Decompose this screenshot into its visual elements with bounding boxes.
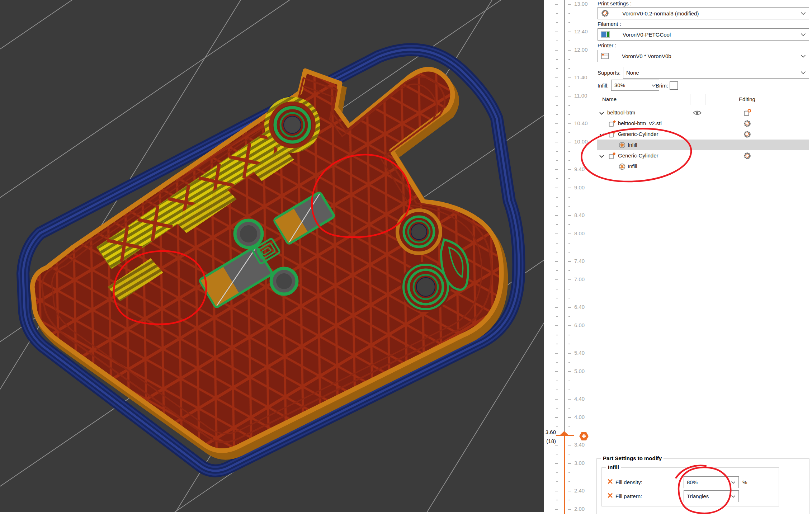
printer-value: VoronV0 * VoronV0b xyxy=(622,53,671,59)
tree-row-label: Infill xyxy=(628,142,637,148)
chevron-down-icon[interactable] xyxy=(801,53,806,59)
supports-combo[interactable]: None xyxy=(623,67,809,79)
print-settings-gear-icon xyxy=(601,9,609,18)
layer-tick-label: 12.40 xyxy=(574,28,588,34)
tree-row-generic-cylinder[interactable]: Generic-Cylinder xyxy=(597,129,809,140)
chevron-down-icon[interactable] xyxy=(801,70,806,76)
fill-pattern-combo[interactable]: Triangles xyxy=(684,490,739,502)
supports-label: Supports: xyxy=(598,70,620,76)
layer-tick-label: 11.00 xyxy=(574,93,587,99)
layer-slider-handle-line[interactable] xyxy=(556,435,574,436)
fill-density-value: 80% xyxy=(687,479,698,485)
gear-icon[interactable] xyxy=(743,130,751,140)
infill-icon xyxy=(618,141,626,150)
layer-tick-label: 8.00 xyxy=(574,230,585,236)
infill-value: 30% xyxy=(614,82,625,88)
tree-row-label: Generic-Cylinder xyxy=(618,131,658,137)
filament-label: Filament : xyxy=(598,21,621,27)
print-settings-combo[interactable]: VoronV0-0.2-normal3 (modified) xyxy=(598,7,809,19)
gear-icon[interactable] xyxy=(743,119,751,129)
cylinder-icon xyxy=(608,152,617,161)
layer-tick-label: 6.00 xyxy=(574,322,585,328)
layer-tick-label: 2.40 xyxy=(574,487,585,494)
printer-label: Printer : xyxy=(598,42,617,48)
part-settings-title: Part Settings to modify xyxy=(601,455,664,461)
layer-slider[interactable]: 13.0012.4012.0011.4011.0010.4010.009.409… xyxy=(544,0,597,514)
remove-setting-icon[interactable] xyxy=(607,492,613,500)
infill-combo[interactable]: 30% xyxy=(611,80,659,91)
layer-tick-label: 3.40 xyxy=(574,442,585,448)
infill-label: Infill: xyxy=(598,82,609,89)
layer-tick-label: 11.40 xyxy=(574,74,587,80)
supports-value: None xyxy=(626,70,639,76)
tree-row-generic-cylinder[interactable]: Generic-Cylinder xyxy=(597,150,809,161)
infill-icon xyxy=(618,162,626,172)
layer-tick-label: 10.00 xyxy=(574,138,588,145)
layer-slider-track-lower[interactable] xyxy=(564,435,565,514)
tree-row-infill[interactable]: Infill xyxy=(597,140,809,150)
layer-tick-label: 10.40 xyxy=(574,120,588,126)
hole-boss-top xyxy=(264,97,320,153)
print-settings-label: Print settings : xyxy=(598,0,632,6)
tree-name-header: Name xyxy=(602,96,617,102)
tree-row-infill[interactable]: Infill xyxy=(597,161,809,172)
brim-checkbox[interactable] xyxy=(670,81,678,90)
printer-icon xyxy=(601,52,609,60)
layer-tick-label: 5.00 xyxy=(574,368,585,374)
fill-pattern-value: Triangles xyxy=(687,493,709,499)
object-tree-header: Name Editing xyxy=(597,92,809,107)
tree-row-belttool-btm-v2-stl[interactable]: belttool-btm_v2.stl xyxy=(597,118,809,129)
layer-tick-label: 4.40 xyxy=(574,396,585,402)
tree-row-label: Generic-Cylinder xyxy=(618,152,658,159)
fill-pattern-label: Fill pattern: xyxy=(615,493,642,499)
3d-viewport[interactable] xyxy=(0,0,544,512)
chevron-down-icon[interactable] xyxy=(731,479,736,485)
add-color-change-button[interactable] xyxy=(579,431,589,441)
object-settings-icon[interactable] xyxy=(743,109,751,118)
tree-row-label: belttool-btm_v2.stl xyxy=(618,120,662,126)
tree-editing-header: Editing xyxy=(716,96,779,102)
infill-group-title: Infill xyxy=(606,464,621,470)
filament-color-icon xyxy=(601,31,610,38)
tree-row-label: Infill xyxy=(628,163,637,169)
layer-tick-label: 4.00 xyxy=(574,414,585,420)
current-layer-number: (18) xyxy=(544,438,556,444)
fill-density-combo[interactable]: 80% xyxy=(684,476,739,488)
layer-tick-label: 3.00 xyxy=(574,460,585,466)
print-settings-value: VoronV0-0.2-normal3 (modified) xyxy=(622,10,699,16)
chevron-down-icon[interactable] xyxy=(599,110,604,117)
object-tree: Name Editing belttool-btmbelttool-btm_v2… xyxy=(597,92,809,451)
layer-tick-label: 5.40 xyxy=(574,350,585,356)
chevron-down-icon[interactable] xyxy=(599,132,604,138)
cylinder-icon xyxy=(608,130,617,140)
layer-tick-label: 13.00 xyxy=(574,1,588,7)
printer-combo[interactable]: VoronV0 * VoronV0b xyxy=(598,50,809,62)
tree-row-belttool-btm[interactable]: belttool-btm xyxy=(597,107,809,118)
filament-combo[interactable]: VoronV0-PETGCool xyxy=(598,28,809,41)
eye-icon[interactable] xyxy=(693,110,702,117)
current-layer-height: 3.60 xyxy=(544,429,556,435)
gear-icon[interactable] xyxy=(743,152,751,161)
layer-tick-label: 8.40 xyxy=(574,212,585,218)
layer-tick-label: 9.40 xyxy=(574,166,585,172)
tree-row-label: belttool-btm xyxy=(607,109,635,115)
layer-tick-label: 2.00 xyxy=(574,506,585,512)
layer-slider-track-upper[interactable] xyxy=(564,0,565,435)
layer-tick-label: 12.00 xyxy=(574,47,588,53)
layer-tick-label: 7.40 xyxy=(574,258,585,264)
filament-value: VoronV0-PETGCool xyxy=(623,32,671,38)
layer-tick-label: 7.00 xyxy=(574,276,585,282)
stl-icon xyxy=(608,119,617,129)
remove-setting-icon[interactable] xyxy=(607,478,613,486)
layer-tick-label: 9.00 xyxy=(574,184,585,190)
fill-density-label: Fill density: xyxy=(615,479,642,485)
slicer-window: 13.0012.4012.0011.4011.0010.4010.009.409… xyxy=(0,0,812,514)
layer-tick-label: 6.40 xyxy=(574,304,585,310)
chevron-down-icon[interactable] xyxy=(801,32,806,38)
chevron-down-icon[interactable] xyxy=(599,154,604,160)
brim-label: Brim: xyxy=(656,82,668,89)
fill-density-suffix: % xyxy=(742,479,747,485)
chevron-down-icon[interactable] xyxy=(731,493,736,499)
chevron-down-icon[interactable] xyxy=(801,10,806,16)
